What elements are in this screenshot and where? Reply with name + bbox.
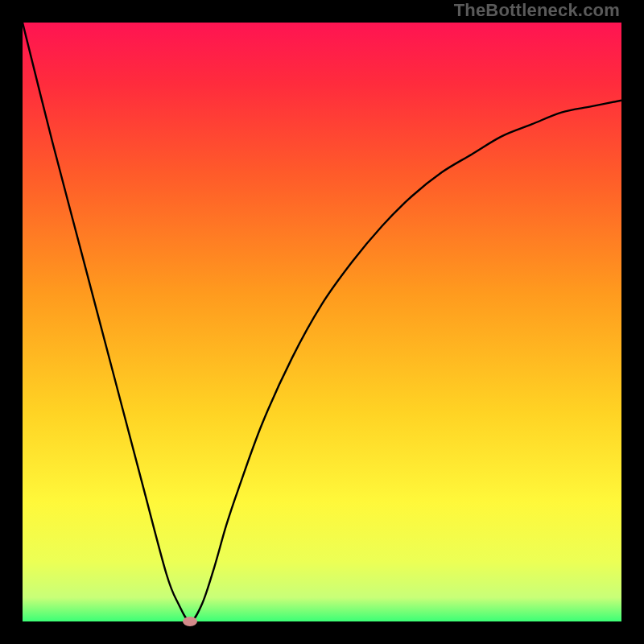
watermark-text: TheBottleneck.com [454,0,620,21]
plot-area [23,23,621,621]
min-marker [183,617,197,626]
chart-container: TheBottleneck.com [0,0,644,644]
bottleneck-curve [23,23,621,621]
curve-layer [23,23,621,621]
